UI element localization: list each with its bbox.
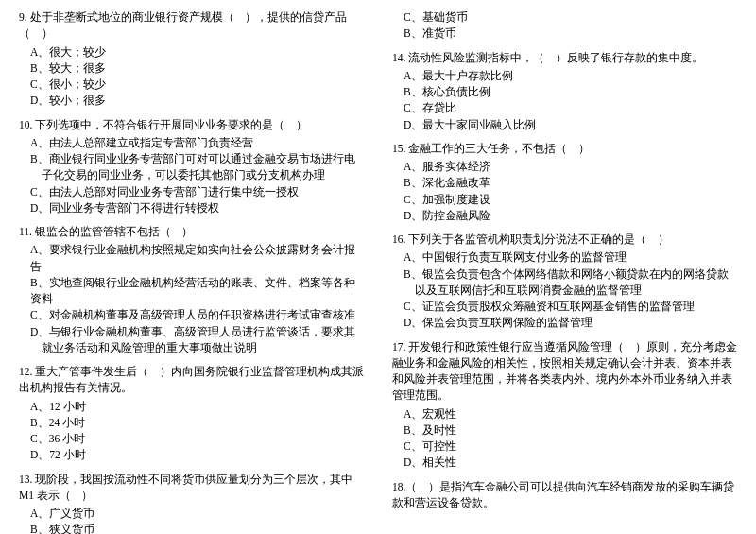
q10-optD: D、同业业务专营部门不得进行转授权 [19, 200, 364, 216]
left-column: 9. 处于非垄断式地位的商业银行资产规模（ ），提供的信贷产品（ ） A、很大；… [19, 9, 373, 534]
right-column: C、基础货币 B、准货币 14. 流动性风险监测指标中，（ ）反映了银行存款的集… [383, 9, 737, 534]
q9-optC: C、很小；较少 [19, 77, 364, 93]
q10-optB: B、商业银行同业业务专营部门可对可以通过金融交易市场进行电子化交易的同业业务，可… [30, 151, 364, 184]
question-16: 16. 下列关于各监管机构职责划分说法不正确的是（ ） A、中国银行负责互联网支… [392, 232, 737, 332]
q14-title: 14. 流动性风险监测指标中，（ ）反映了银行存款的集中度。 [392, 50, 737, 66]
two-column-layout: 9. 处于非垄断式地位的商业银行资产规模（ ），提供的信贷产品（ ） A、很大；… [19, 9, 737, 534]
q12-title: 12. 重大产管事件发生后（ ）内向国务院银行业监督管理机构成其派出机构报告有关… [19, 364, 364, 397]
page-content: 9. 处于非垄断式地位的商业银行资产规模（ ），提供的信贷产品（ ） A、很大；… [19, 9, 737, 534]
q17-optA: A、宏观性 [392, 406, 737, 422]
q14-optD: D、最大十家同业融入比例 [392, 117, 737, 133]
q14-optB: B、核心负债比例 [392, 84, 737, 100]
q9-optD: D、较小；很多 [19, 93, 364, 109]
q12-optD: D、72 小时 [19, 447, 364, 463]
q17-title: 17. 开发银行和政策性银行应当遵循风险管理（ ）原则，充分考虑金融业务和金融风… [392, 339, 737, 405]
q18-title: 18.（ ）是指汽车金融公司可以提供向汽车经销商发放的采购车辆贷款和营运设备贷款… [392, 479, 737, 512]
q17-optD: D、相关性 [392, 455, 737, 471]
question-12: 12. 重大产管事件发生后（ ）内向国务院银行业监督管理机构成其派出机构报告有关… [19, 364, 364, 464]
q10-optA: A、由法人总部建立或指定专营部门负责经营 [19, 135, 364, 151]
q9-optB: B、较大；很多 [19, 60, 364, 77]
q13-optC: C、基础货币 [392, 9, 737, 26]
question-15: 15. 金融工作的三大任务，不包括（ ） A、服务实体经济 B、深化金融改革 C… [392, 141, 737, 224]
q11-optC: C、对金融机构董事及高级管理人员的任职资格进行考试审查核准 [19, 307, 364, 323]
q15-optA: A、服务实体经济 [392, 159, 737, 175]
question-18: 18.（ ）是指汽车金融公司可以提供向汽车经销商发放的采购车辆贷款和营运设备贷款… [392, 479, 737, 512]
q15-title: 15. 金融工作的三大任务，不包括（ ） [392, 141, 737, 157]
q15-optD: D、防控金融风险 [392, 208, 737, 224]
q14-optC: C、存贷比 [392, 100, 737, 116]
q12-optA: A、12 小时 [19, 399, 364, 415]
q10-title: 10. 下列选项中，不符合银行开展同业业务要求的是（ ） [19, 117, 364, 133]
q9-title: 9. 处于非垄断式地位的商业银行资产规模（ ），提供的信贷产品（ ） [19, 9, 364, 43]
question-13: 13. 现阶段，我国按流动性不同将货币供应量划分为三个层次，其中 M1 表示（ … [19, 472, 364, 535]
q16-optB: B、银监会负责包含个体网络借款和网络小额贷款在内的网络贷款以及互联网信托和互联网… [404, 267, 737, 300]
question-17: 17. 开发银行和政策性银行应当遵循风险管理（ ）原则，充分考虑金融业务和金融风… [392, 339, 737, 472]
q11-optB: B、实地查阅银行业金融机构经营活动的账表、文件、档案等各种资料 [19, 275, 364, 308]
q17-optB: B、及时性 [392, 422, 737, 439]
q13-optA: A、广义货币 [19, 506, 364, 522]
question-11: 11. 银监会的监管管辖不包括（ ） A、要求银行业金融机构按照规定如实向社会公… [19, 224, 364, 356]
q16-optD: D、保监会负责互联网保险的监督管理 [392, 315, 737, 331]
q11-title: 11. 银监会的监管管辖不包括（ ） [19, 224, 364, 240]
q12-optB: B、24 小时 [19, 415, 364, 431]
q9-optA: A、很大；较少 [19, 44, 364, 60]
q16-title: 16. 下列关于各监管机构职责划分说法不正确的是（ ） [392, 232, 737, 248]
q11-optD: D、与银行业金融机构董事、高级管理人员进行监管谈话，要求其就业务活动和风险管理的… [30, 324, 364, 357]
q13-optB: B、狭义货币 [19, 522, 364, 534]
q10-optC: C、由法人总部对同业业务专营部门进行集中统一授权 [19, 184, 364, 200]
q16-optC: C、证监会负责股权众筹融资和互联网基金销售的监督管理 [392, 299, 737, 315]
q12-optC: C、36 小时 [19, 431, 364, 447]
q13-right-options: C、基础货币 B、准货币 [392, 9, 737, 43]
question-14: 14. 流动性风险监测指标中，（ ）反映了银行存款的集中度。 A、最大十户存款比… [392, 50, 737, 133]
q11-optA: A、要求银行业金融机构按照规定如实向社会公众披露财务会计报告 [19, 242, 364, 275]
q13-title: 13. 现阶段，我国按流动性不同将货币供应量划分为三个层次，其中 M1 表示（ … [19, 472, 364, 505]
q14-optA: A、最大十户存款比例 [392, 68, 737, 84]
q15-optB: B、深化金融改革 [392, 175, 737, 191]
q17-optC: C、可控性 [392, 439, 737, 455]
question-9: 9. 处于非垄断式地位的商业银行资产规模（ ），提供的信贷产品（ ） A、很大；… [19, 9, 364, 110]
q13-optD: B、准货币 [392, 26, 737, 42]
q16-optA: A、中国银行负责互联网支付业务的监督管理 [392, 250, 737, 266]
question-10: 10. 下列选项中，不符合银行开展同业业务要求的是（ ） A、由法人总部建立或指… [19, 117, 364, 217]
q15-optC: C、加强制度建设 [392, 192, 737, 208]
